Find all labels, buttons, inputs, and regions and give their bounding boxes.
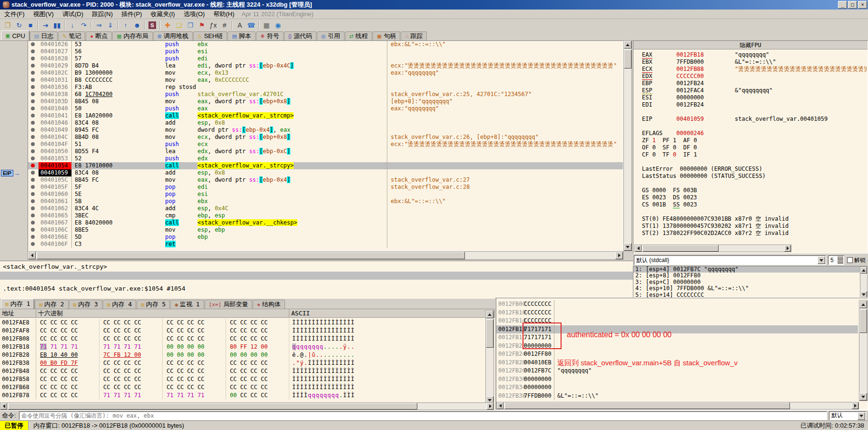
hash-icon[interactable]: #: [219, 20, 230, 30]
breakpoint-dot[interactable]: [28, 241, 39, 248]
stack-row[interactable]: 0012FB30 00000000: [496, 375, 858, 384]
disassembly-row[interactable]: 00401050 8D55 F4 lea edx, dword ptr ss:[…: [28, 148, 623, 155]
register-line[interactable]: OF 0 SF 0 DF 0: [642, 144, 867, 151]
tab-symbols[interactable]: ❖ 符号: [256, 31, 284, 40]
tab-dump-2[interactable]: ▥ 内存 2: [35, 300, 68, 309]
unlock-checkbox[interactable]: 解锁: [847, 256, 866, 264]
disassembly-row[interactable]: 0040104F 51 push ecx ecx:"烫烫烫烫烫烫烫烫烫烫烫烫烫烫…: [28, 141, 623, 148]
register-line[interactable]: ESP 0012FAC4 &"qqqqqqqq": [642, 87, 867, 94]
attach-icon[interactable]: ☻: [131, 20, 143, 30]
disassembly-row[interactable]: 00401065 3BEC cmp ebp, esp: [28, 212, 623, 219]
register-line[interactable]: EBP 0012FB24: [642, 80, 867, 87]
disassembly-row[interactable]: 00401061 5B pop ebx ebx:&L"=::=::\\": [28, 198, 623, 205]
dump-row[interactable]: 0012FAF8 CC CC CC CC CC CC CC CC CC CC C…: [0, 327, 486, 335]
breakpoint-dot[interactable]: [28, 155, 39, 162]
restart-icon[interactable]: ↻: [13, 20, 25, 30]
disassembly-row[interactable]: 00401046 83C4 08 add esp, 0x8: [28, 119, 623, 127]
disassembly-row[interactable]: 00401067 E8 84020000 call <stack_overflo…: [28, 219, 623, 226]
toolbar-separator[interactable]: [38, 21, 39, 29]
run-icon[interactable]: ➔: [40, 20, 51, 30]
tab-cpu[interactable]: ▣ CPU: [1, 30, 30, 40]
tab-source[interactable]: {} 源代码: [284, 31, 316, 40]
tab-watch-1[interactable]: ◉ 监视 1: [170, 300, 204, 309]
register-line[interactable]: EDI 0012FB24: [642, 101, 867, 108]
disassembly-view[interactable]: 00401026 53 push ebx ebx:&L"=::=::\\" 00…: [28, 40, 623, 251]
hide-fpu-button[interactable]: 隐藏FPU: [633, 41, 868, 49]
device-icon[interactable]: ☎: [246, 20, 257, 30]
register-line[interactable]: [642, 180, 867, 187]
disassembly-row[interactable]: 0040106C 8BE5 mov esp, ebp: [28, 226, 623, 234]
tab-memory-map[interactable]: ▦ 内存布局: [112, 31, 152, 40]
maximize-button[interactable]: □: [848, 1, 857, 9]
close-button[interactable]: ×: [858, 1, 867, 9]
menu-item[interactable]: 插件(P): [117, 9, 146, 20]
register-line[interactable]: EFLAGS 00000246: [642, 130, 867, 137]
register-line[interactable]: EAX 0012FB18 "qqqqqqqq": [642, 51, 867, 59]
disassembly-row[interactable]: 0040104C 8B4D 08 mov ecx, dword ptr ss:[…: [28, 134, 623, 141]
register-line[interactable]: LastError 00000000 (ERROR_SUCCESS): [642, 166, 867, 173]
script-icon[interactable]: S: [147, 20, 158, 30]
breakpoint-dot[interactable]: [28, 112, 39, 119]
tab-handles[interactable]: ▣ 句柄: [373, 31, 400, 40]
run-to-user-code-icon[interactable]: ⇓: [105, 20, 116, 30]
breakpoint-dot[interactable]: [28, 105, 39, 112]
label-icon[interactable]: ❐: [185, 20, 196, 30]
pause-icon[interactable]: ▮▮: [51, 20, 63, 30]
registers-view[interactable]: 隐藏FPU EAX 0012FB18 "qqqqqqqq"EBX 7FFDB00…: [633, 40, 868, 254]
stack-view[interactable]: 0012FB0C CCCCCCCC 0012FB10 CCCCCCCC 0012…: [496, 298, 868, 410]
dump-hscrollbar[interactable]: [0, 402, 494, 410]
command-profile-select[interactable]: 默认: [829, 411, 866, 420]
disassembly-row[interactable]: 00401049 8945 FC mov dword ptr ss:[ebp-0…: [28, 127, 623, 134]
tab-script[interactable]: ▤ 脚本: [227, 31, 255, 40]
dump-row[interactable]: 0012FB58 CC CC CC CC CC CC CC CC CC CC C…: [0, 375, 486, 383]
breakpoint-dot[interactable]: [28, 176, 39, 184]
register-line[interactable]: ST(2) 1378022FF90C02D2ACC0 x87r2 空 inval…: [642, 230, 867, 237]
comment-icon[interactable]: ❏: [173, 20, 185, 30]
register-line[interactable]: ESI 00000000: [642, 94, 867, 101]
register-line[interactable]: CS 001B SS 0023: [642, 201, 867, 208]
tab-locals[interactable]: [x=] 局部变量: [205, 300, 253, 309]
register-line[interactable]: CF 0 TF 0 IF 1: [642, 151, 867, 158]
toolbar-separator[interactable]: [64, 21, 65, 29]
register-line[interactable]: ST(0) FE48000000007C9301BB x87r0 空 inval…: [642, 215, 867, 223]
registers-hscrollbar[interactable]: [634, 244, 791, 252]
register-line[interactable]: EBX 7FFDB000 &L"=::=::\\": [642, 59, 867, 66]
calling-convention-select[interactable]: 默认 (stdcall): [634, 255, 826, 265]
breakpoint-dot[interactable]: [28, 134, 39, 141]
register-line[interactable]: [642, 123, 867, 130]
open-file-icon[interactable]: ❒: [2, 20, 13, 30]
disassembly-row[interactable]: 00401062 83C4 4C add esp, 0x4C: [28, 205, 623, 212]
dump-row[interactable]: 0012FB78 CC CC CC CC 71 71 71 71 71 71 7…: [0, 391, 486, 400]
dump-view[interactable]: ▥ 内存 1 ▥ 内存 2 ▥ 内存 3 ▥ 内存 4: [0, 298, 495, 410]
stack-vscrollbar[interactable]: [859, 300, 868, 401]
breakpoint-dot[interactable]: [28, 77, 39, 84]
stack-row[interactable]: 0012FB34 00000000: [496, 383, 858, 392]
argument-row[interactable]: 1: [esp+4] 0012FB7C "qqqqqqqq": [633, 266, 868, 273]
disassembly-row[interactable]: 0040105F 5F pop edi stack_overflow_var.c…: [28, 184, 623, 191]
breakpoint-dot[interactable]: [28, 62, 39, 69]
tab-log[interactable]: ▤ 日志: [30, 31, 58, 40]
breakpoint-dot[interactable]: [28, 191, 39, 198]
breakpoint-dot[interactable]: [28, 212, 39, 219]
step-into-icon[interactable]: ↓: [67, 20, 78, 30]
disassembly-row[interactable]: 00401027 56 push esi: [28, 48, 623, 55]
arguments-view[interactable]: 1: [esp+4] 0012FB7C "qqqqqqqq"2: [esp+8]…: [633, 266, 868, 298]
register-line[interactable]: ZF 1 PF 1 AF 0: [642, 137, 867, 144]
tab-trace[interactable]: ∴ 跟踪: [401, 31, 427, 40]
menu-item[interactable]: 帮助(H): [209, 9, 238, 20]
dump-row[interactable]: 0012FB38 00 B0 FD 7F CC CC CC CC CC CC C…: [0, 359, 486, 367]
stack-row[interactable]: 0012FB0C CCCCCCCC: [496, 300, 858, 309]
argument-row[interactable]: 3: [esp+C] 00000000: [633, 279, 868, 285]
tab-call-stack[interactable]: ≣ 调用堆栈: [153, 31, 193, 40]
tab-breakpoints[interactable]: ● 断点: [86, 31, 112, 40]
disassembly-row[interactable]: 00401054 E8 17010000 call <stack_overflo…: [28, 162, 623, 169]
argument-row[interactable]: 4: [esp+10] 7FFDB000 &L"=::=::\\": [633, 285, 868, 292]
stack-row[interactable]: 0012FB24 0012FF80: [496, 350, 858, 359]
breakpoint-dot[interactable]: [28, 69, 39, 77]
breakpoint-dot[interactable]: [28, 41, 39, 48]
register-line[interactable]: [642, 208, 867, 215]
menu-item[interactable]: 收藏夹(I): [146, 9, 179, 20]
toolbar-separator[interactable]: [232, 21, 233, 29]
argument-row[interactable]: 5: [esp+14] CCCCCCCC: [633, 292, 868, 298]
disassembly-row[interactable]: 00401031 B8 CCCCCCCC mov eax, 0xCCCCCCCC: [28, 77, 623, 84]
